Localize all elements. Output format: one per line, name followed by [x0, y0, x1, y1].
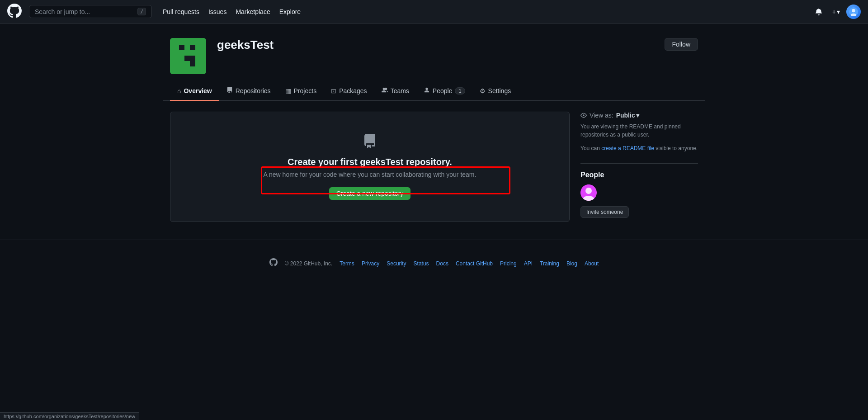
- user-avatar[interactable]: [846, 5, 861, 19]
- footer-copyright: © 2022 GitHub, Inc.: [285, 260, 333, 267]
- empty-state-title: Create your first geeksTest repository.: [181, 157, 558, 167]
- nav-pull-requests[interactable]: Pull requests: [159, 5, 203, 18]
- footer: © 2022 GitHub, Inc. Terms Privacy Securi…: [0, 240, 868, 279]
- tab-projects[interactable]: ▦ Projects: [278, 81, 324, 101]
- follow-button[interactable]: Follow: [665, 38, 698, 51]
- svg-rect-13: [184, 61, 190, 66]
- view-as-desc1: You are viewing the README and pinned re…: [580, 123, 698, 139]
- chevron-down-icon: ▾: [837, 8, 840, 15]
- status-bar: https://github.com/organizations/geeksTe…: [0, 412, 139, 420]
- readme-link[interactable]: create a README file: [601, 145, 654, 151]
- plus-button[interactable]: + ▾: [830, 6, 843, 17]
- svg-rect-4: [179, 45, 184, 50]
- header-right: + ▾: [811, 5, 861, 19]
- search-kbd: /: [137, 8, 146, 15]
- person-avatar[interactable]: [580, 184, 597, 201]
- nav-issues[interactable]: Issues: [205, 5, 230, 18]
- chevron-down-icon: ▾: [636, 112, 639, 119]
- tab-overview-label: Overview: [184, 87, 212, 94]
- people-icon: [424, 87, 430, 94]
- tab-people[interactable]: People 1: [416, 81, 472, 101]
- teams-icon: [382, 87, 388, 94]
- invite-someone-button[interactable]: Invite someone: [580, 206, 629, 218]
- view-as-row: View as: Public ▾: [580, 112, 698, 119]
- footer-link-privacy[interactable]: Privacy: [362, 260, 379, 267]
- footer-link-docs[interactable]: Docs: [436, 260, 448, 267]
- footer-link-pricing[interactable]: Pricing: [500, 260, 517, 267]
- footer-link-terms[interactable]: Terms: [340, 260, 354, 267]
- svg-rect-9: [179, 56, 184, 61]
- view-as-section: View as: Public ▾ You are viewing the RE…: [580, 112, 698, 152]
- people-title: People: [580, 171, 698, 179]
- nav-explore[interactable]: Explore: [276, 5, 304, 18]
- left-pane: Create your first geeksTest repository. …: [170, 112, 570, 222]
- packages-icon: ⊡: [331, 87, 336, 94]
- svg-rect-6: [190, 45, 195, 50]
- header: Search or jump to... / Pull requests Iss…: [0, 0, 868, 24]
- profile-area: geeksTest Follow: [163, 24, 705, 74]
- status-url: https://github.com/organizations/geeksTe…: [4, 414, 135, 419]
- eye-icon: [580, 112, 587, 118]
- nav-marketplace[interactable]: Marketplace: [232, 5, 274, 18]
- people-section: People Invite someone: [580, 171, 698, 218]
- notifications-button[interactable]: [811, 5, 826, 19]
- view-as-value[interactable]: Public ▾: [616, 112, 639, 119]
- footer-link-api[interactable]: API: [524, 260, 533, 267]
- footer-link-status[interactable]: Status: [414, 260, 429, 267]
- empty-state-box: Create your first geeksTest repository. …: [170, 112, 570, 222]
- footer-github-logo: [269, 258, 278, 269]
- footer-link-blog[interactable]: Blog: [566, 260, 577, 267]
- tab-repositories[interactable]: Repositories: [219, 81, 278, 101]
- svg-rect-12: [179, 61, 184, 66]
- sidebar-divider: [580, 163, 698, 164]
- org-info: geeksTest: [217, 38, 698, 52]
- svg-rect-11: [190, 56, 195, 61]
- tab-overview[interactable]: ⌂ Overview: [170, 81, 219, 101]
- overview-icon: ⌂: [177, 87, 181, 94]
- create-repository-button[interactable]: Create a new repository: [329, 187, 411, 200]
- footer-link-training[interactable]: Training: [540, 260, 559, 267]
- plus-icon: +: [832, 8, 836, 15]
- svg-rect-7: [179, 50, 184, 56]
- org-name: geeksTest: [217, 38, 698, 52]
- tab-settings[interactable]: ⚙ Settings: [472, 81, 519, 101]
- svg-rect-14: [190, 61, 195, 66]
- tab-teams-label: Teams: [391, 87, 409, 94]
- tab-people-label: People: [433, 87, 453, 94]
- footer-link-about[interactable]: About: [585, 260, 599, 267]
- svg-point-1: [852, 9, 855, 12]
- org-avatar: [170, 38, 206, 74]
- empty-state-desc: A new home for your code where you can s…: [181, 171, 558, 178]
- svg-rect-5: [184, 45, 190, 50]
- tab-repositories-label: Repositories: [236, 87, 271, 94]
- right-sidebar: View as: Public ▾ You are viewing the RE…: [580, 112, 698, 229]
- main-content: Create your first geeksTest repository. …: [163, 101, 705, 240]
- repositories-icon: [226, 87, 233, 94]
- person-avatar-img: [580, 184, 597, 201]
- tab-packages-label: Packages: [339, 87, 367, 94]
- tab-projects-label: Projects: [294, 87, 317, 94]
- projects-icon: ▦: [285, 87, 291, 94]
- people-avatars: [580, 184, 698, 201]
- github-logo[interactable]: [7, 4, 22, 19]
- tab-teams[interactable]: Teams: [374, 81, 416, 101]
- footer-link-contact[interactable]: Contact GitHub: [456, 260, 493, 267]
- svg-rect-10: [184, 56, 190, 61]
- settings-icon: ⚙: [480, 87, 486, 94]
- tab-packages[interactable]: ⊡ Packages: [324, 81, 374, 101]
- svg-point-16: [585, 188, 592, 194]
- tabs-container: ⌂ Overview Repositories ▦ Projects ⊡ Pac…: [163, 81, 705, 101]
- search-box[interactable]: Search or jump to... /: [29, 5, 152, 18]
- view-as-desc2: You can create a README file visible to …: [580, 144, 698, 152]
- svg-rect-8: [190, 50, 195, 56]
- people-badge: 1: [455, 87, 465, 94]
- footer-link-security[interactable]: Security: [387, 260, 406, 267]
- search-placeholder: Search or jump to...: [35, 8, 134, 15]
- header-nav: Pull requests Issues Marketplace Explore: [159, 5, 304, 18]
- view-as-label: View as:: [590, 112, 613, 119]
- tab-settings-label: Settings: [488, 87, 511, 94]
- repo-icon: [181, 134, 558, 151]
